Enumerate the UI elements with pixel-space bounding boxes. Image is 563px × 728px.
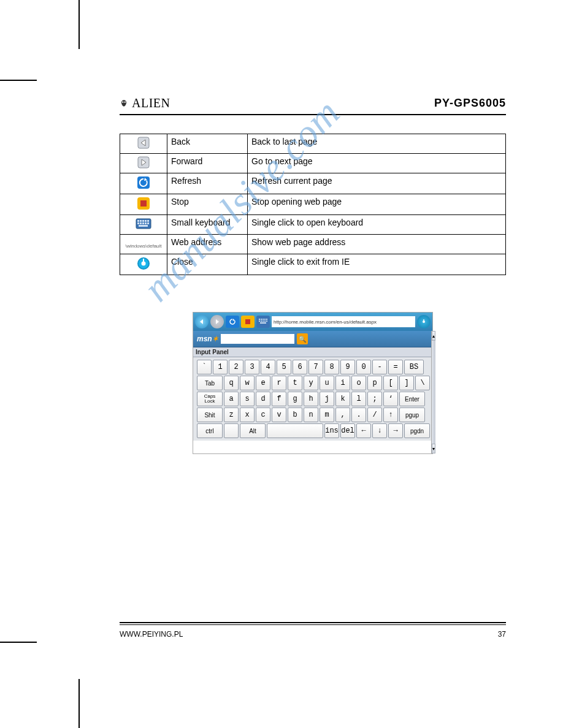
svg-rect-31	[266, 320, 267, 322]
key[interactable]: \	[415, 376, 430, 390]
key[interactable]: e	[256, 376, 270, 390]
msn-search-input[interactable]	[221, 334, 294, 344]
key[interactable]: →	[388, 423, 403, 438]
key[interactable]: r	[272, 376, 286, 390]
key[interactable]: v	[272, 408, 286, 422]
key[interactable]: ;	[367, 392, 382, 406]
key[interactable]: Tab	[197, 376, 223, 390]
key[interactable]: p	[367, 376, 382, 390]
row-desc: Show web page address	[248, 235, 506, 254]
key[interactable]	[224, 423, 239, 438]
stop-icon	[137, 197, 150, 210]
key[interactable]: ctrl	[197, 423, 223, 438]
scroll-down-icon[interactable]: ▾	[432, 444, 435, 453]
svg-rect-14	[145, 222, 147, 224]
svg-rect-9	[145, 220, 147, 222]
key[interactable]: o	[351, 376, 366, 390]
key[interactable]: s	[240, 392, 255, 406]
key[interactable]: 6	[293, 360, 307, 374]
key[interactable]: n	[304, 408, 318, 422]
key[interactable]: [	[383, 376, 398, 390]
key[interactable]: pgup	[399, 408, 425, 422]
key[interactable]: 5	[277, 360, 291, 374]
key[interactable]: `	[197, 360, 212, 374]
key[interactable]: 8	[324, 360, 339, 374]
svg-rect-20	[143, 259, 144, 262]
key[interactable]: x	[240, 408, 255, 422]
key[interactable]: d	[256, 392, 270, 406]
refresh-icon[interactable]	[226, 316, 239, 328]
header-rule	[120, 114, 506, 115]
svg-rect-7	[140, 220, 142, 222]
key[interactable]: del	[340, 423, 355, 438]
key[interactable]: l	[351, 392, 366, 406]
key[interactable]: .	[351, 408, 366, 422]
key[interactable]: 9	[340, 360, 355, 374]
key[interactable]: BS	[404, 360, 424, 374]
svg-rect-28	[261, 320, 262, 322]
key[interactable]: CapsLock	[197, 392, 223, 406]
key[interactable]: w	[240, 376, 255, 390]
key[interactable]: Alt	[240, 423, 266, 438]
key[interactable]: -	[372, 360, 387, 374]
browser-toolbar: http://home.mobile.msn.com/en-us/default…	[193, 313, 432, 331]
key[interactable]: ←	[356, 423, 371, 438]
key[interactable]: ↓	[372, 423, 387, 438]
svg-rect-22	[259, 319, 260, 320]
key[interactable]: Enter	[399, 392, 425, 406]
svg-rect-26	[266, 319, 267, 320]
key[interactable]: y	[304, 376, 318, 390]
close-icon[interactable]	[417, 315, 431, 328]
key[interactable]: 7	[308, 360, 323, 374]
crop-mark-bot-v	[79, 679, 80, 728]
row-desc: Single click to open keyboard	[248, 215, 506, 235]
svg-rect-30	[264, 320, 266, 322]
key[interactable]: 2	[229, 360, 243, 374]
svg-rect-29	[262, 320, 264, 322]
key[interactable]: =	[388, 360, 403, 374]
key[interactable]: k	[335, 392, 350, 406]
back-icon[interactable]	[195, 315, 209, 328]
key[interactable]: ]	[399, 376, 414, 390]
key[interactable]: a	[224, 392, 239, 406]
key[interactable]: /	[367, 408, 382, 422]
key[interactable]: Shit	[197, 408, 223, 422]
key[interactable]: i	[335, 376, 350, 390]
key[interactable]: 4	[261, 360, 275, 374]
key[interactable]: t	[288, 376, 302, 390]
svg-rect-27	[259, 320, 260, 322]
svg-rect-32	[260, 322, 266, 324]
svg-rect-10	[147, 220, 149, 222]
key[interactable]: g	[288, 392, 302, 406]
key[interactable]: 3	[245, 360, 259, 374]
address-bar[interactable]: http://home.mobile.msn.com/en-us/default…	[272, 316, 415, 327]
key[interactable]: ‘	[383, 392, 398, 406]
msn-search-button[interactable]: 🔍	[297, 333, 308, 344]
key[interactable]: m	[320, 408, 334, 422]
key[interactable]: j	[320, 392, 334, 406]
key[interactable]: u	[320, 376, 334, 390]
row-desc: Back to last page	[248, 134, 506, 154]
forward-icon[interactable]	[210, 315, 224, 328]
keyboard-icon[interactable]	[256, 316, 270, 328]
stop-icon[interactable]	[241, 316, 255, 328]
scrollbar[interactable]: ▴ ▾	[431, 331, 435, 453]
key[interactable]: f	[272, 392, 286, 406]
key[interactable]: ,	[335, 408, 350, 422]
key[interactable]: ins	[324, 423, 339, 438]
row-desc: Stop opening web page	[248, 194, 506, 215]
key[interactable]: 0	[356, 360, 371, 374]
refresh-icon	[137, 176, 150, 189]
key[interactable]: q	[224, 376, 239, 390]
key[interactable]: z	[224, 408, 239, 422]
footer-rule-top	[120, 622, 506, 623]
key[interactable]: h	[304, 392, 318, 406]
key[interactable]	[267, 423, 323, 438]
scroll-up-icon[interactable]: ▴	[432, 331, 435, 341]
key[interactable]: 1	[213, 360, 228, 374]
key[interactable]: pgdn	[404, 423, 430, 438]
key[interactable]: c	[256, 408, 270, 422]
key[interactable]: b	[288, 408, 302, 422]
key[interactable]: ↑	[383, 408, 398, 422]
svg-rect-8	[142, 220, 144, 222]
